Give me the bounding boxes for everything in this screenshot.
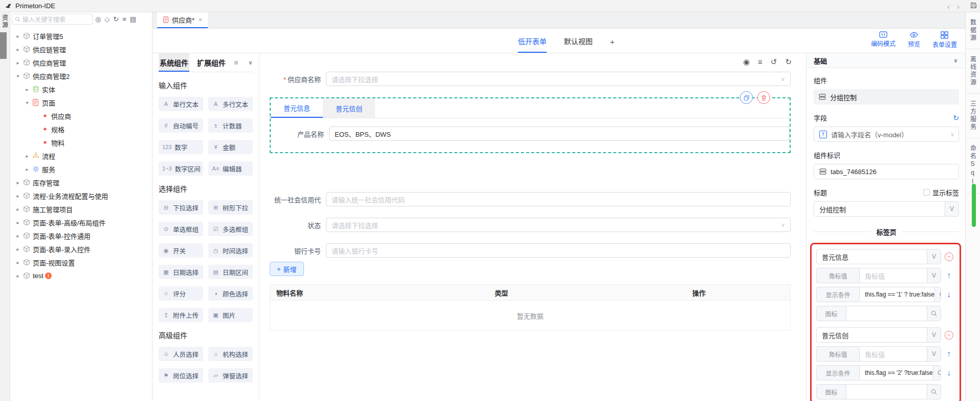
search-icon-button[interactable] — [927, 306, 941, 321]
badge-value-input[interactable]: 角标值 V — [859, 268, 941, 283]
collapse-arrow-icon[interactable]: ▾ — [24, 100, 31, 105]
palette-item-dropdown-select[interactable]: ⊟下拉选择 — [159, 200, 203, 215]
expand-arrow-icon[interactable]: ▸ — [24, 166, 31, 172]
refresh-field-icon[interactable]: ↻ — [953, 114, 959, 122]
title-input[interactable]: 分组控制 V — [814, 201, 959, 217]
tab-name-input[interactable]: 普元信创 V — [816, 327, 941, 343]
palette-item-color-picker[interactable]: ◑颜色选择 — [208, 286, 253, 301]
credit-code-input[interactable]: 请输入统一社会信用代码 — [326, 192, 791, 206]
palette-item-multi-line-text[interactable]: A多行文本 — [208, 97, 253, 111]
copy-component-button[interactable] — [740, 91, 753, 104]
redo-icon[interactable]: ↻ — [785, 57, 792, 67]
tree-item[interactable]: ▸供应链管理 — [10, 43, 152, 56]
palette-item-post-select[interactable]: ⚑岗位选择 — [159, 368, 203, 383]
tree-item[interactable]: ▸test1 — [10, 269, 152, 282]
tab-extended-components[interactable]: 扩展组件 — [196, 53, 227, 72]
doc-tab-supplier[interactable]: 供应商* × — [157, 12, 208, 28]
remove-tab-button[interactable]: − — [945, 331, 953, 340]
expand-arrow-icon[interactable]: ▸ — [14, 193, 21, 199]
component-id-input[interactable]: tabs_74685126 — [814, 164, 959, 179]
expand-arrow-icon[interactable]: ▸ — [24, 87, 31, 92]
tree-item[interactable]: ▸订单管理5 — [10, 29, 152, 43]
tab-lowcode-form[interactable]: 低开表单 — [518, 36, 547, 53]
tree-item[interactable]: ▸页面-表单-高级/布局组件 — [10, 216, 152, 229]
collapse-arrow-icon[interactable]: ▾ — [14, 73, 21, 79]
expand-arrow-icon[interactable]: ▸ — [14, 220, 21, 225]
tree-item[interactable]: ▾供应商管理2 — [10, 69, 152, 82]
field-name-select[interactable]: T 请输入字段名（v-model） ∨ — [814, 126, 959, 142]
expression-toggle-button[interactable]: V — [945, 202, 959, 216]
refresh-icon[interactable]: ↻ — [113, 15, 119, 23]
palette-item-checkbox-group[interactable]: ☑多选框组 — [208, 222, 253, 236]
palette-item-date-range[interactable]: ▤日期区间 — [208, 265, 253, 279]
add-row-button[interactable]: + 新增 — [270, 262, 304, 276]
scrollbar-thumb[interactable] — [972, 184, 976, 227]
palette-item-auto-number[interactable]: #自动编号 — [159, 118, 203, 133]
tree-item[interactable]: ▸实体 — [10, 82, 152, 96]
condition-toggle-button[interactable]: C — [933, 366, 941, 380]
palette-item-time-picker[interactable]: ◷时间选择 — [208, 243, 253, 258]
tab-system-components[interactable]: 系统组件 — [159, 53, 189, 72]
section-basic[interactable]: 基础 ∨ — [807, 53, 965, 68]
search-icon-button[interactable] — [927, 385, 941, 399]
expression-toggle-button[interactable]: V — [927, 347, 941, 361]
product-name-input[interactable]: EOS、BPS、DWS — [329, 126, 790, 141]
move-down-icon[interactable]: ↓ — [947, 368, 951, 377]
tree-item[interactable]: ▸施工管理项目 — [10, 202, 152, 216]
condition-toggle-button[interactable]: C — [934, 287, 941, 302]
right-strip-tab[interactable]: 离线资源 — [966, 49, 980, 94]
condition-input[interactable]: this.flag == '1' ? true:false C — [859, 287, 941, 302]
palette-item-single-line-text[interactable]: A单行文本 — [159, 97, 203, 111]
supplier-name-select[interactable]: 请选择下拉选择 ∨ — [326, 72, 791, 86]
tree-item[interactable]: ▾页面 — [10, 96, 152, 109]
tree-item[interactable]: ▸页面-表单-控件通用 — [10, 229, 152, 242]
right-strip-tab[interactable]: 三方服务 — [966, 94, 980, 138]
expand-arrow-icon[interactable]: ▸ — [14, 206, 21, 212]
expand-arrow-icon[interactable]: ▸ — [14, 273, 21, 279]
move-up-icon[interactable]: ↑ — [947, 349, 951, 358]
export-icon[interactable]: ▤ — [130, 15, 136, 23]
close-icon[interactable]: × — [199, 16, 202, 24]
palette-item-user-select[interactable]: ☺人员选择 — [159, 347, 203, 361]
icon-picker-input[interactable] — [846, 306, 941, 321]
tree-item[interactable]: ▸库存管理 — [10, 176, 152, 189]
tree-item[interactable]: ▸页面-表单-录入控件 — [10, 242, 152, 256]
expression-toggle-button[interactable]: V — [927, 268, 941, 283]
show-label-checkbox[interactable]: 显示标签 — [923, 187, 959, 197]
tree-item[interactable]: ▸流程 — [10, 149, 152, 162]
outline-list-icon[interactable]: ≡ — [122, 15, 126, 23]
code-mode-button[interactable]: 编码模式 — [871, 31, 896, 49]
group-tab-puyuan-xinchuang[interactable]: 普元信创 — [323, 98, 375, 118]
tree-item[interactable]: 供应商 — [10, 109, 152, 122]
palette-item-dialog-select[interactable]: ▱弹窗选择 — [208, 368, 253, 383]
add-view-tab-button[interactable]: + — [610, 37, 615, 53]
palette-item-number-range[interactable]: 1~3数字区间 — [159, 161, 203, 176]
tree-item[interactable]: 规格 — [10, 122, 152, 136]
remove-tab-button[interactable]: − — [945, 252, 953, 261]
move-up-icon[interactable]: ↑ — [947, 271, 951, 280]
expand-arrow-icon[interactable]: ▸ — [14, 233, 21, 239]
datasource-icon[interactable]: ◉ — [743, 57, 750, 67]
palette-item-switch[interactable]: ◉开关 — [159, 243, 203, 258]
search-input[interactable]: 输入关键字搜索 — [12, 14, 93, 25]
outline-tree-icon[interactable]: ≡ — [758, 57, 763, 67]
expand-arrow-icon[interactable]: ▸ — [14, 47, 21, 52]
palette-item-org-select[interactable]: ⌂机构选择 — [208, 347, 253, 361]
module-icon[interactable]: ◇ — [104, 15, 110, 23]
form-settings-button[interactable]: 表单设置 — [932, 31, 957, 49]
bank-card-input[interactable]: 请输入银行卡号 — [326, 243, 791, 258]
tree-item[interactable]: ▸供应商管理 — [10, 56, 152, 69]
condition-input[interactable]: this.flag == '2' ?true:false C — [859, 365, 941, 381]
save-icon[interactable] — [970, 2, 977, 10]
expression-toggle-button[interactable]: V — [927, 249, 941, 264]
palette-item-date-picker[interactable]: ▦日期选择 — [159, 265, 203, 279]
expand-arrow-icon[interactable]: ▸ — [14, 33, 21, 39]
palette-item-file-upload[interactable]: ↥附件上传 — [159, 308, 203, 322]
move-down-icon[interactable]: ↓ — [947, 290, 951, 299]
undo-icon[interactable]: ↺ — [771, 57, 777, 67]
badge-value-input[interactable]: 角标值 V — [859, 346, 941, 362]
tree-item[interactable]: ▸页面-视图设置 — [10, 256, 152, 269]
expand-arrow-icon[interactable]: ▸ — [24, 153, 31, 159]
palette-item-editor[interactable]: A≡编辑器 — [208, 161, 253, 176]
tree-item[interactable]: ▸流程-业务流程配置与使用 — [10, 189, 152, 202]
